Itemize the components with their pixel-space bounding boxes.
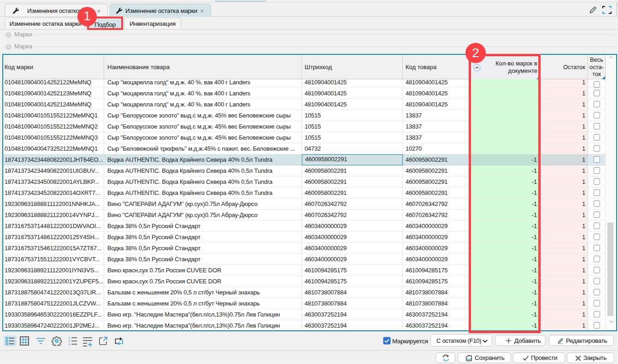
svg-text:3: 3 xyxy=(68,342,70,346)
